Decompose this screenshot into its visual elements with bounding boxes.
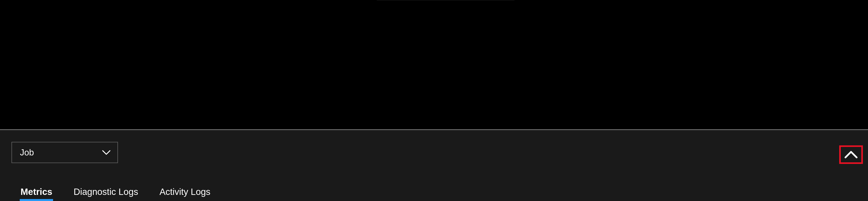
panel-tabs: Metrics Diagnostic Logs Activity Logs — [20, 187, 211, 201]
tab-activity-logs[interactable]: Activity Logs — [159, 187, 211, 201]
tab-label: Activity Logs — [159, 187, 210, 197]
chevron-up-icon — [844, 151, 858, 159]
dropdown-selected-label: Job — [20, 147, 34, 158]
expand-panel-button[interactable] — [839, 145, 863, 164]
chevron-down-icon — [102, 149, 111, 156]
panel-top-border — [0, 130, 868, 130]
job-node-tile[interactable]: Output events (sum): 3543 Watermark dela… — [377, 0, 515, 0]
scope-dropdown[interactable]: Job — [11, 142, 118, 163]
tab-metrics[interactable]: Metrics — [20, 187, 53, 201]
tab-diagnostic-logs[interactable]: Diagnostic Logs — [73, 187, 139, 201]
bottom-panel: Job Metrics Diagnostic Logs Activity Log… — [0, 130, 868, 201]
tab-label: Metrics — [21, 187, 52, 197]
tab-label: Diagnostic Logs — [73, 187, 138, 197]
